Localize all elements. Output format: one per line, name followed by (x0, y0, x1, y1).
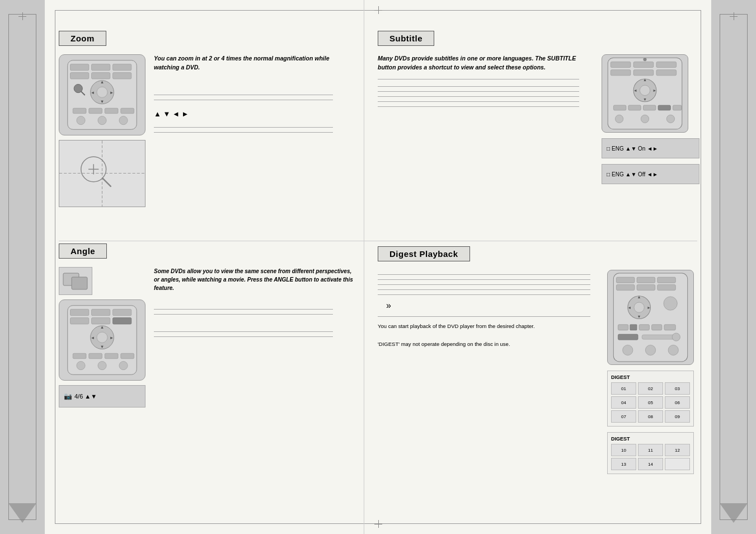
svg-rect-13 (73, 108, 86, 114)
svg-point-97 (668, 345, 678, 355)
svg-rect-54 (656, 62, 677, 67)
angle-images: ▲ ▼ ◄ ► (59, 267, 145, 407)
digest-cell-06: 06 (665, 396, 690, 409)
border-left (55, 10, 55, 524)
svg-line-25 (103, 179, 111, 186)
svg-text:►: ► (110, 335, 114, 340)
subtitle-section: Subtitle Many DVDs provide subtitles in … (378, 31, 699, 184)
svg-rect-34 (71, 318, 89, 324)
svg-point-94 (672, 333, 680, 341)
subtitle-description: Many DVDs provide subtitles in one or mo… (378, 54, 593, 72)
angle-title: Angle (59, 243, 107, 259)
digest-cell-08: 08 (638, 410, 663, 423)
digest-header: Digest Playback (378, 246, 694, 261)
sidebar-right (711, 0, 756, 534)
subtitle-title: Subtitle (378, 31, 434, 46)
svg-rect-46 (121, 353, 134, 359)
svg-rect-29 (72, 277, 87, 289)
svg-rect-65 (613, 105, 626, 110)
digest-grid-1-title: DIGEST (611, 374, 690, 380)
svg-point-60 (640, 85, 650, 95)
digest-text-area: » You can start playback of the DVD play… (378, 270, 599, 474)
digest-grid-2-cells: 10 11 12 13 14 (611, 444, 690, 470)
svg-rect-77 (616, 284, 635, 290)
digest-remote: ▲ ▼ ◄ ► (607, 270, 694, 365)
digest-grid-2: DIGEST 10 11 12 13 14 (607, 432, 694, 474)
svg-rect-68 (658, 105, 670, 110)
digest-cell-09: 09 (665, 410, 690, 423)
svg-point-47 (77, 362, 85, 370)
angle-remote: ▲ ▼ ◄ ► (59, 299, 145, 381)
svg-point-48 (98, 362, 106, 370)
angle-display: 📷 4/6 ▲▼ (59, 385, 145, 407)
svg-rect-5 (92, 73, 110, 79)
crosshair-top (374, 6, 382, 14)
column-divider (364, 0, 364, 534)
svg-rect-31 (71, 309, 89, 315)
svg-point-72 (666, 115, 674, 123)
svg-text:▲: ▲ (100, 325, 105, 330)
svg-rect-89 (639, 325, 649, 330)
subtitle-remote: ▲ ▼ ◄ ► (602, 54, 688, 133)
svg-point-18 (98, 116, 106, 125)
angle-icon (59, 267, 92, 295)
digest-content: » You can start playback of the DVD play… (378, 270, 694, 474)
svg-point-8 (97, 87, 107, 97)
horizontal-divider (59, 241, 697, 241)
zoom-lens-image (59, 140, 145, 207)
digest-grid-1-cells: 01 02 03 04 05 06 07 08 09 (611, 382, 690, 423)
svg-rect-75 (637, 277, 655, 283)
digest-grid-2-title: DIGEST (611, 436, 690, 442)
svg-point-95 (623, 345, 633, 355)
svg-point-19 (119, 116, 128, 125)
svg-rect-52 (611, 62, 631, 67)
svg-rect-90 (652, 325, 662, 330)
svg-rect-55 (611, 70, 631, 76)
svg-text:▼: ▼ (637, 315, 641, 319)
svg-rect-93 (642, 335, 676, 339)
digest-title: Digest Playback (378, 246, 470, 261)
svg-point-81 (634, 302, 644, 312)
svg-rect-2 (92, 64, 110, 70)
svg-rect-1 (71, 64, 89, 70)
svg-rect-15 (105, 108, 118, 114)
subtitle-text-area: Many DVDs provide subtitles in one or mo… (378, 54, 593, 184)
zoom-arrows: ▲ ▼ ◄ ► (154, 109, 355, 119)
svg-rect-69 (673, 105, 681, 110)
svg-text:▲: ▲ (643, 78, 647, 82)
svg-rect-74 (616, 277, 635, 283)
svg-rect-57 (656, 70, 677, 76)
digest-cell-04: 04 (611, 396, 636, 409)
svg-point-70 (615, 115, 623, 123)
svg-rect-67 (643, 105, 655, 110)
svg-rect-6 (113, 73, 132, 79)
svg-text:◄: ◄ (91, 90, 95, 95)
svg-point-86 (664, 297, 677, 310)
fast-forward-indicator: » (386, 301, 599, 311)
digest-cell-13: 13 (611, 458, 636, 470)
svg-rect-66 (628, 105, 641, 110)
svg-rect-78 (637, 284, 655, 290)
zoom-text-area: You can zoom in at 2 or 4 times the norm… (154, 54, 355, 207)
digest-cell-14: 14 (638, 458, 663, 470)
digest-cell-02: 02 (638, 382, 663, 395)
svg-text:◄: ◄ (633, 88, 637, 93)
zoom-remote: ▲ ▼ ◄ ► (59, 54, 145, 135)
svg-rect-76 (658, 277, 676, 283)
svg-text:▲: ▲ (637, 295, 641, 299)
digest-cell-10: 10 (611, 444, 636, 456)
svg-rect-87 (618, 325, 628, 330)
main-content: Zoom (45, 0, 711, 534)
svg-rect-50 (113, 318, 132, 324)
svg-rect-14 (89, 108, 102, 114)
digest-cell-05: 05 (638, 396, 663, 409)
subtitle-content: Many DVDs provide subtitles in one or mo… (378, 54, 699, 184)
zoom-header: Zoom (59, 31, 355, 46)
svg-rect-3 (113, 64, 132, 70)
sidebar-left (0, 0, 45, 534)
svg-text:◄: ◄ (91, 335, 95, 340)
svg-text:◄: ◄ (627, 306, 631, 310)
digest-cell-07: 07 (611, 410, 636, 423)
svg-rect-53 (633, 62, 654, 67)
svg-rect-91 (664, 325, 675, 330)
